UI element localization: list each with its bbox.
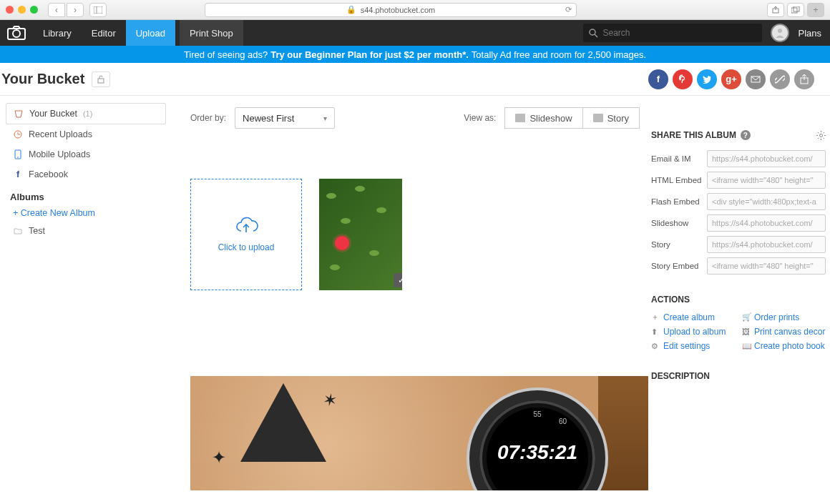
url-text: s44.photobucket.com — [361, 6, 436, 14]
share-label: Email & IM — [651, 154, 703, 163]
upload-dropzone[interactable]: Click to upload — [190, 179, 302, 290]
action-link[interactable]: ⬆Upload to album — [651, 327, 735, 337]
forward-button[interactable]: › — [67, 3, 84, 17]
actions-head: ACTIONS — [651, 295, 826, 305]
share-input[interactable] — [707, 214, 826, 232]
order-by-select[interactable]: Newest First ▾ — [235, 107, 335, 129]
share-row: Story — [651, 236, 826, 253]
sidebar-item-facebook[interactable]: f Facebook — [6, 164, 166, 184]
view-story[interactable]: Story — [582, 108, 639, 128]
svg-point-7 — [590, 29, 595, 35]
sidebar-create-album[interactable]: + Create New Album — [6, 205, 166, 221]
nav-library[interactable]: Library — [33, 20, 82, 46]
svg-point-6 — [13, 30, 20, 37]
search-input[interactable] — [602, 28, 756, 38]
lock-icon: 🔒 — [346, 5, 356, 14]
minimize-window[interactable] — [18, 6, 26, 14]
action-link[interactable]: ＋Create album — [651, 312, 735, 322]
action-link[interactable]: 📖Create photo book — [742, 341, 826, 351]
folder-icon — [13, 227, 23, 234]
promo-bold: Try our Beginner Plan for just $2 per mo… — [270, 49, 469, 60]
order-by-value: Newest First — [243, 113, 294, 124]
action-icon: ⬆ — [651, 327, 660, 337]
share-label: Story — [651, 240, 703, 249]
share-input[interactable] — [707, 150, 826, 167]
sidebar-item-count: (1) — [83, 109, 92, 118]
share-input[interactable] — [707, 236, 826, 253]
photo-thumbnail[interactable]: ✓ — [319, 179, 402, 290]
help-icon[interactable]: ? — [741, 130, 751, 140]
star-icon: ✦ — [212, 448, 226, 468]
nav-plans[interactable]: Plans — [798, 28, 821, 39]
browser-chrome: ‹ › 🔒 s44.photobucket.com ⟳ + — [0, 0, 830, 20]
gallery: Click to upload ✓ — [190, 179, 640, 290]
sidebar-item-recent[interactable]: Recent Uploads — [6, 124, 166, 144]
svg-point-9 — [778, 29, 782, 33]
sidebar-item-mobile[interactable]: Mobile Uploads — [6, 144, 166, 164]
sidebar-item-label: Your Bucket — [29, 109, 77, 119]
share-googleplus[interactable]: g+ — [721, 69, 741, 89]
user-avatar[interactable] — [771, 24, 789, 42]
share-input[interactable] — [707, 257, 826, 275]
share-label: Flash Embed — [651, 197, 703, 206]
svg-point-15 — [17, 157, 19, 158]
sidebar-item-test[interactable]: Test — [6, 221, 166, 241]
back-button[interactable]: ‹ — [48, 3, 65, 17]
page-title: Your Bucket — [1, 71, 84, 87]
share-link[interactable] — [770, 69, 790, 89]
view-slideshow[interactable]: Slideshow — [505, 108, 582, 128]
action-link[interactable]: 🛒Order prints — [742, 312, 826, 322]
sidebar-toggle[interactable] — [89, 3, 107, 17]
promo-lead: Tired of seeing ads? — [184, 49, 268, 60]
share-row: Story Embed — [651, 257, 826, 275]
action-link[interactable]: 🖼Print canvas decor — [742, 327, 826, 337]
gear-icon[interactable] — [816, 131, 826, 140]
share-label: Story Embed — [651, 262, 703, 270]
ad-banner[interactable]: ✦ ✶ 55 60 07:35:21 — [190, 376, 648, 490]
share-row: Email & IM — [651, 150, 826, 167]
address-bar[interactable]: 🔒 s44.photobucket.com ⟳ — [205, 3, 577, 17]
tabs-button[interactable] — [787, 3, 804, 17]
nav-editor[interactable]: Editor — [82, 20, 126, 46]
facebook-icon: f — [13, 169, 23, 179]
share-email[interactable] — [746, 69, 766, 89]
share-input[interactable] — [707, 193, 826, 210]
share-pinterest[interactable] — [673, 69, 693, 89]
action-icon: ⚙ — [651, 342, 660, 351]
view-as-label: View as: — [464, 113, 496, 123]
page-header: Your Bucket f g+ — [0, 63, 830, 96]
promo-tail: Totally Ad free and room for 2,500 image… — [472, 49, 646, 60]
share-button[interactable] — [767, 3, 784, 17]
window-controls — [6, 6, 38, 14]
share-twitter[interactable] — [697, 69, 717, 89]
sidebar-item-label: Recent Uploads — [29, 129, 92, 139]
svg-point-16 — [820, 134, 823, 137]
search-box[interactable] — [583, 24, 762, 42]
new-tab-button[interactable]: + — [807, 3, 824, 17]
share-row: Slideshow — [651, 214, 826, 232]
nav-upload[interactable]: Upload — [126, 20, 175, 46]
promo-banner[interactable]: Tired of seeing ads? Try our Beginner Pl… — [0, 46, 830, 63]
share-facebook[interactable]: f — [648, 69, 668, 89]
social-buttons: f g+ — [648, 69, 821, 89]
nav-printshop[interactable]: Print Shop — [180, 20, 243, 46]
select-check[interactable]: ✓ — [394, 273, 402, 287]
close-window[interactable] — [6, 6, 14, 14]
chevron-down-icon: ▾ — [323, 114, 327, 122]
svg-line-8 — [595, 34, 597, 37]
sidebar-item-label: Facebook — [29, 169, 68, 179]
photobucket-logo[interactable] — [0, 25, 33, 41]
bucket-icon — [14, 109, 24, 118]
right-panel: SHARE THIS ALBUM ? Email & IMHTML EmbedF… — [651, 96, 830, 504]
maximize-window[interactable] — [30, 6, 38, 14]
sidebar-item-label: Mobile Uploads — [29, 149, 90, 159]
story-icon — [593, 114, 603, 122]
sidebar-item-your-bucket[interactable]: Your Bucket (1) — [6, 103, 166, 124]
controls-bar: Order by: Newest First ▾ View as: Slides… — [190, 103, 640, 133]
share-input[interactable] — [707, 172, 826, 189]
main-content: Order by: Newest First ▾ View as: Slides… — [172, 96, 651, 504]
share-more[interactable] — [794, 69, 814, 89]
reload-icon[interactable]: ⟳ — [565, 5, 572, 14]
action-link[interactable]: ⚙Edit settings — [651, 341, 735, 351]
privacy-toggle[interactable] — [92, 71, 110, 87]
